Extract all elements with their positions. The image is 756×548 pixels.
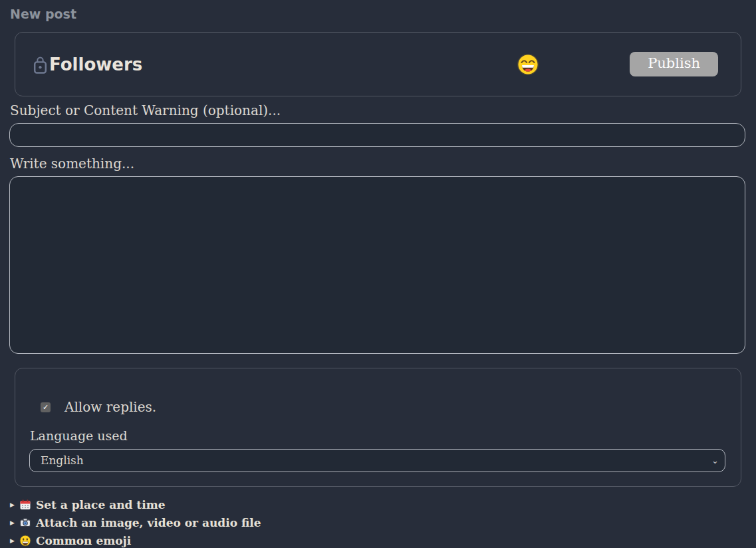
post-scope-label: Followers [49,55,142,74]
new-post-page: New post Followers [0,0,756,548]
allow-replies-checkbox[interactable]: ✓ [41,402,51,412]
allow-replies-label: Allow replies. [64,399,156,415]
language-select[interactable]: English ⌄ [29,449,725,472]
grinning-face-smiling-eyes-emoji-icon [517,53,539,76]
post-options-card: ✓ Allow replies. Language used English ⌄ [15,368,741,487]
set-place-time-label: Set a place and time [36,498,166,511]
calendar-icon [19,499,31,511]
disclosure-triangle-icon: ▶ [10,537,15,544]
collapsed-options-list: ▶ Set a place and time ▶ Attach [10,495,747,548]
page-title: New post [10,7,747,21]
emoji-button[interactable] [517,53,539,76]
set-place-time-summary[interactable]: ▶ Set a place and time [10,495,747,513]
post-content-textarea[interactable] [9,176,745,354]
content-label: Write something... [10,155,747,172]
composer-header-card: Followers Publish [15,32,741,96]
attach-media-label: Attach an image, video or audio file [36,516,261,529]
post-scope-selector[interactable]: Followers [33,55,142,74]
publish-button[interactable]: Publish [630,52,718,76]
chevron-down-icon: ⌄ [711,455,719,465]
language-selected-value: English [41,454,84,467]
camera-icon [19,517,31,529]
lock-icon [33,55,47,74]
subject-label: Subject or Content Warning (optional)... [10,102,747,119]
subject-input[interactable] [9,123,745,147]
common-emoji-label: Common emoji [36,534,131,547]
disclosure-triangle-icon: ▶ [10,519,15,526]
allow-replies-row: ✓ Allow replies. [41,398,727,416]
smiley-icon [19,535,31,547]
disclosure-triangle-icon: ▶ [10,501,15,508]
common-emoji-summary[interactable]: ▶ Common emoji [10,531,747,548]
language-used-label: Language used [30,427,727,444]
attach-media-summary[interactable]: ▶ Attach an image, video or audio file [10,513,747,531]
